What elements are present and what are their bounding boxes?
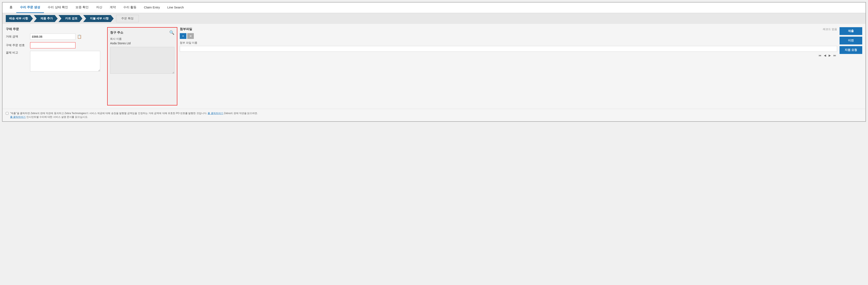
billing-address-textarea[interactable] [110,47,175,74]
po-number-label: 구매 주문 번호 [6,43,28,47]
attachment-title: 첨부파일 [180,27,192,31]
company-label: 회사 이름 [110,37,175,41]
transaction-amount-row: 거래 금액 📋 [6,34,105,40]
po-number-input[interactable] [30,42,75,48]
transaction-amount-input[interactable] [30,34,75,40]
pagination-last-button[interactable]: ⏭ [833,54,837,58]
step-bar: 배송 세부 사항 제품 추가 카트 검토 지불 세부 사항 주문 확정 [2,13,866,24]
footer-text: "제출"을 클릭하면 Zebra의 판매 약관에 동의하고 Zebra Tech… [10,111,258,119]
nav-repair-activity[interactable]: 수리 활동 [120,2,140,13]
footer-checkbox[interactable] [6,112,8,115]
step-product-add[interactable]: 제품 추가 [34,15,58,22]
footer-section: "제출"을 클릭하면 Zebra의 판매 약관에 동의하고 Zebra Tech… [2,109,866,121]
billing-search-icon[interactable]: 🔍 [169,30,175,35]
no-record-label: 레코드 없음 [823,27,837,31]
po-number-row: 구매 주문 번호 [6,42,105,48]
pagination-first-button[interactable]: ⏮ [818,54,822,58]
document-icon[interactable]: 📋 [77,34,82,39]
attachment-buttons: + ✕ [180,33,837,39]
payment-note-textarea[interactable] [30,51,100,71]
step-payment-details[interactable]: 지불 세부 사항 [83,15,114,22]
pagination-next-button[interactable]: ▶ [828,54,832,58]
nav-repair-status[interactable]: 수리 상태 확인 [44,2,71,13]
attachment-section: 첨부파일 레코드 없음 + ✕ 첨부 파일 이름 ⏮ ◀ ▶ ⏭ [180,27,837,58]
purchase-order-section: 구매 주문 거래 금액 📋 구매 주문 번호 결제 비고 [6,27,105,74]
footer-link-2[interactable]: 를 클릭하여기 [10,115,26,118]
main-content: 구매 주문 거래 금액 📋 구매 주문 번호 결제 비고 [2,24,866,109]
billing-header: 청구 주소 🔍 [110,30,175,35]
purchase-order-title: 구매 주문 [6,27,105,31]
nav-asset[interactable]: 자산 [92,2,106,13]
nav-repair-order[interactable]: 수리 주문 생성 [16,2,44,13]
company-name: Asda Stores Ltd [110,42,175,45]
footer-text-2: Zebra의 판매 약관을 읽으려면. [224,112,258,115]
step-confirm[interactable]: 주문 확정 [116,15,139,22]
file-name-label: 첨부 파일 이름 [180,41,837,45]
previous-button[interactable]: 이전 [840,37,862,44]
payment-note-row: 결제 비고 [6,51,105,71]
footer-link-1[interactable]: 를 클릭하여기 [208,112,223,115]
attachment-remove-button[interactable]: ✕ [187,33,194,39]
nav-home[interactable]: 홈 [6,2,16,13]
payment-note-label: 결제 비고 [6,51,28,55]
nav-line-search[interactable]: Line Search [164,2,188,13]
pagination: ⏮ ◀ ▶ ⏭ [180,54,837,58]
step-shipping[interactable]: 배송 세부 사항 [6,15,33,22]
nav-contract[interactable]: 계약 [106,2,120,13]
top-navigation: 홈 수리 주문 생성 수리 상태 확인 보증 확인 자산 계약 수리 활동 Cl… [2,2,866,13]
billing-title: 청구 주소 [110,31,123,35]
file-name-input[interactable] [180,46,837,52]
nav-claim-entry[interactable]: Claim Entry [140,2,164,13]
attachment-header: 첨부파일 레코드 없음 [180,27,837,31]
action-buttons: 제출 이전 지원 요청 [840,27,862,54]
submit-button[interactable]: 제출 [840,27,862,35]
pagination-prev-button[interactable]: ◀ [823,54,827,58]
transaction-amount-label: 거래 금액 [6,35,28,38]
support-request-button[interactable]: 지원 요청 [840,46,862,54]
attachment-add-button[interactable]: + [180,33,186,39]
step-cart-review[interactable]: 카트 검토 [59,15,83,22]
billing-address-section: 청구 주소 🔍 회사 이름 Asda Stores Ltd [107,27,177,105]
nav-warranty[interactable]: 보증 확인 [72,2,92,13]
footer-text-1: "제출"을 클릭하면 Zebra의 판매 약관에 동의하고 Zebra Tech… [10,112,207,115]
footer-text-3: 인시던트별 수리에 대한 서비스 설명 문서를 읽으십시오. [26,115,88,118]
